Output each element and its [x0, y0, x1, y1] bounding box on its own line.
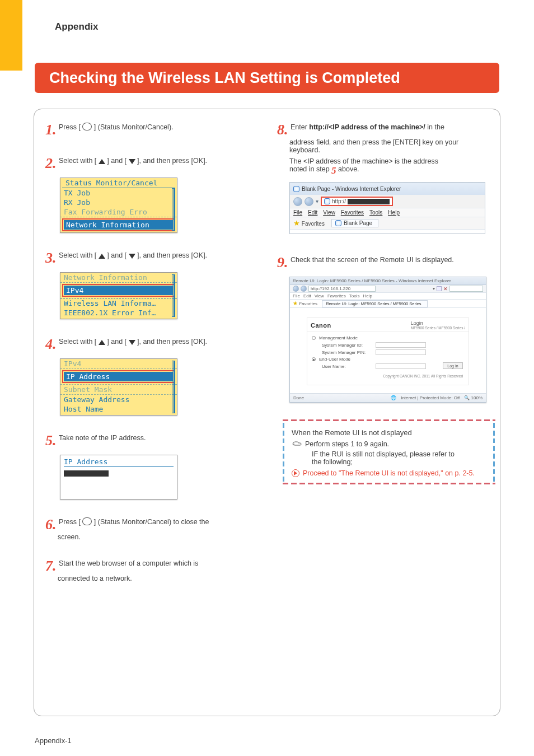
field-label: System Manager ID: [322, 343, 372, 348]
step-number: 6. [45, 516, 57, 533]
info-callout: When the Remote UI is not displayed Perf… [283, 419, 495, 485]
menu-item: Help [363, 293, 372, 298]
arrow-up-icon [99, 340, 105, 345]
step-text: Start the web browser of a computer whic… [59, 559, 198, 567]
page-title: Checking the Wireless LAN Setting is Com… [49, 69, 400, 87]
ie-icon [293, 186, 299, 192]
menu-item: View [315, 293, 324, 298]
text: Select with [ [59, 338, 99, 346]
lcd-selected: Network Information [64, 220, 174, 230]
nav-back-icon [293, 197, 302, 206]
text: ] (Status Monitor/Cancel) to close the [92, 518, 209, 526]
lcd-selected: IPv4 [64, 286, 174, 295]
arrow-down-icon [129, 254, 135, 259]
copyright: Copyright CANON INC. 2011 All Rights Res… [383, 374, 463, 378]
content-frame: 1. Press [ ] (Status Monitor/Cancel). 2.… [34, 109, 500, 716]
menu-item: Edit [303, 293, 311, 298]
radio-icon [312, 336, 316, 340]
login-heading: Login [411, 320, 465, 326]
text: Enter [291, 123, 309, 131]
step-text: keyboard. [277, 146, 504, 154]
text: ], and then press [OK]. [135, 251, 208, 259]
step-text: connected to a network. [45, 575, 272, 582]
address-row: ▾ http:// [290, 195, 485, 208]
lcd-row: IEEE802.1X Error Inf… [60, 308, 177, 318]
dotted-border [283, 419, 495, 485]
text: Press [ [59, 518, 82, 526]
mode-label: Management Mode [319, 335, 358, 340]
lcd-scrollbar [172, 361, 175, 413]
page-number: Appendix-1 [35, 736, 72, 745]
lcd-selection-highlight: IPv4 [62, 284, 175, 297]
text: above. [336, 165, 359, 173]
step-text: screen. [45, 533, 272, 541]
lcd-row: RX Job [60, 198, 177, 207]
lcd-selected: IP Address [64, 372, 174, 381]
nav-back-icon [293, 286, 299, 292]
text: ] (Status Monitor/Cancel). [92, 123, 173, 131]
star-icon: ★ [293, 301, 298, 306]
arrow-up-icon [99, 159, 105, 164]
lcd-row: Host Name [60, 404, 177, 414]
menu-item: Edit [308, 209, 317, 216]
page-header: Canon Login MF5900 Series / MF5900 Serie… [307, 318, 469, 332]
ie-icon [324, 198, 330, 204]
step-number: 1. [45, 122, 57, 138]
step-number: 9. [277, 254, 288, 270]
step-7: 7. Start the web browser of a computer w… [45, 558, 272, 582]
text: ], and then press [OK]. [135, 338, 208, 346]
mode-label: End-User Mode [319, 357, 350, 362]
step-number: 7. [45, 558, 57, 574]
step-text: Select with [ ] and [ ], and then press … [59, 157, 207, 165]
arrow-up-icon [99, 254, 105, 259]
text: ], and then press [OK]. [135, 157, 208, 165]
lcd-scrollbar [172, 188, 175, 231]
step-9: 9. Check that the screen of the Remote U… [277, 254, 504, 403]
refresh-icon [437, 286, 442, 291]
step-8: 8. Enter http://<IP address of the machi… [277, 122, 504, 234]
right-column: 8. Enter http://<IP address of the machi… [277, 122, 504, 485]
menu-item: Tools [349, 293, 360, 298]
globe-icon: 🌐 [391, 395, 396, 400]
url-protocol: http:// [332, 198, 346, 204]
step-1: 1. Press [ ] (Status Monitor/Cancel). [45, 122, 272, 138]
section-heading: Appendix [55, 21, 98, 32]
text: noted in step [289, 165, 331, 173]
address-field: http://192.168.1.220 [308, 286, 376, 292]
step-text: noted in step 5 above. [277, 165, 504, 176]
step-text: The <IP address of the machine> is the a… [277, 157, 504, 165]
favorites-label: ★ Favorites [293, 301, 317, 306]
lcd-screen-2: Network Information IPv4 Wireless LAN In… [60, 272, 177, 319]
browser-menu: File Edit View Favorites Tools Help [290, 293, 486, 300]
step-text: Press [ ] (Status Monitor/Cancel). [59, 123, 174, 131]
text: Select with [ [59, 251, 99, 259]
menu-item: View [323, 209, 335, 216]
step-number: 3. [45, 250, 57, 266]
text: ] and [ [105, 157, 129, 165]
step-4: 4. Select with [ ] and [ ], and then pre… [45, 336, 272, 416]
step-number: 4. [45, 336, 57, 352]
nav-forward-icon [301, 286, 307, 292]
ip-label: IP Address [64, 458, 174, 467]
window-titlebar: Remote UI: Login: MF5900 Series / MF5900… [290, 277, 486, 285]
menu-item: Tools [369, 209, 382, 216]
text-input [376, 349, 426, 355]
field-label: User Name: [322, 364, 372, 369]
search-field [449, 286, 483, 292]
arrow-down-icon [129, 340, 135, 345]
arrow-down-icon [129, 159, 135, 164]
step-text: Take note of the IP address. [59, 434, 146, 442]
lcd-row: Fax Forwarding Erro [60, 207, 177, 217]
lcd-title: Status Monitor/Cancel [62, 178, 175, 188]
lcd-title: IPv4 [60, 359, 177, 369]
url-redacted [348, 199, 390, 204]
step-number: 8. [277, 122, 288, 138]
status-text: Done [293, 395, 304, 400]
lcd-row: Wireless LAN Informa… [60, 298, 177, 308]
text-input [376, 363, 426, 369]
text: ] and [ [105, 251, 129, 259]
field-label: System Manager PIN: [322, 350, 372, 355]
favorites-row: ★ Favorites Blank Page [290, 217, 485, 230]
browser-tab: Remote UI: Login: MF5900 Series / MF5900… [322, 300, 428, 307]
lcd-title: Network Information [60, 273, 177, 283]
